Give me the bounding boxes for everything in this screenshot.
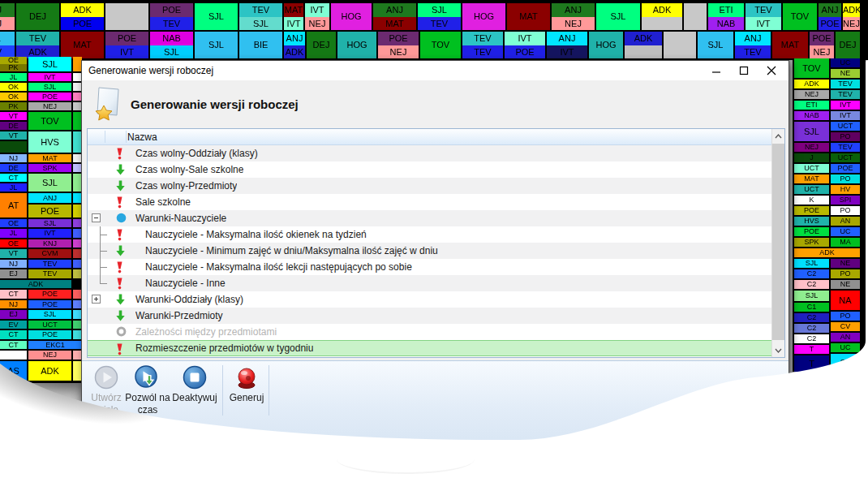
timetable-cell-code: TEV	[831, 90, 860, 99]
list-row-label: Czas wolny-Sale szkolne	[135, 164, 243, 175]
list-row[interactable]: Nauczyciele - Minimum zajęć w dniu/Maksy…	[88, 243, 771, 259]
vertical-scrollbar[interactable]	[771, 129, 784, 357]
timetable-cell: PO	[831, 206, 860, 215]
timetable-cell: MAT	[28, 154, 71, 162]
timetable-cell: HOG	[589, 32, 623, 58]
timetable-cell-code: SJL	[28, 174, 71, 192]
scroll-down-button[interactable]	[772, 343, 784, 357]
timetable-cell-code: HVS	[28, 131, 71, 153]
timetable-cell: CT	[0, 290, 27, 299]
column-divider	[126, 131, 127, 143]
list-row[interactable]: Warunki-Przedmioty	[88, 308, 771, 324]
timetable-cell-code: NEJ	[378, 45, 419, 59]
timetable-cell-code: DE	[0, 164, 27, 172]
timetable-cell: PO	[831, 312, 860, 321]
timetable-cell-code: NAB	[708, 17, 744, 31]
list-row[interactable]: Sale szkolne	[88, 194, 771, 210]
timetable-cell: J	[794, 153, 829, 162]
list-row[interactable]: Warunki-Oddziały (klasy)	[88, 291, 771, 308]
timetable-cell: POE	[28, 205, 71, 217]
exclamation-wrap	[116, 261, 123, 276]
exclamation-icon	[116, 229, 123, 241]
timetable-cell-code: POE	[810, 32, 834, 45]
timetable-cell-code: NJ	[0, 300, 27, 308]
timetable-cell: TEV	[28, 260, 71, 268]
column-divider	[105, 131, 105, 143]
timetable-cell: POE	[794, 227, 829, 236]
timetable-cell-code	[642, 17, 682, 31]
exclamation-wrap	[116, 343, 123, 358]
collapse-minus-box[interactable]	[92, 213, 101, 222]
list-row-label: Czas wolny-Przedmioty	[135, 180, 237, 192]
timetable-cell: IVT	[28, 73, 71, 81]
timetable-cell: ANJMAT	[373, 3, 416, 30]
scrollbar-thumb[interactable]	[772, 144, 784, 340]
list-row-label: Warunki-Przedmioty	[135, 310, 223, 321]
timetable-cell: NJ	[0, 154, 27, 162]
timetable-cell: HOG	[337, 32, 376, 58]
timetable-cell: NEJ	[28, 102, 71, 110]
list-row-label: Rozmieszczenie przedmiotów w tygodniu	[135, 342, 313, 354]
list-row[interactable]: Rozmieszczenie przedmiotów w tygodniu	[88, 340, 771, 356]
timetable-cell-code: OK	[0, 93, 27, 101]
list-row-label: Nauczyciele - Maksymalna ilość lekcji na…	[145, 261, 412, 273]
timetable-cell: HOG	[462, 3, 505, 30]
maximize-button[interactable]	[730, 62, 758, 80]
timetable-top-border	[0, 2, 868, 3]
arrow-down-wrap	[116, 180, 125, 194]
timetable-cell-code: NEJ	[0, 17, 15, 31]
timetable-cell-code: TEV	[746, 3, 781, 17]
exclamation-wrap	[116, 278, 123, 292]
timetable-cell-code: TOV	[28, 112, 71, 130]
expand-plus-box[interactable]	[92, 295, 101, 304]
close-button[interactable]	[758, 62, 785, 80]
timetable-cell: POETEV	[150, 3, 193, 30]
timetable-cell-code: UC	[831, 227, 860, 236]
list-row[interactable]: Czas wolny-Sale szkolne	[88, 161, 771, 178]
timetable-cell-code: SJL	[698, 32, 733, 58]
arrow-down-wrap	[116, 310, 125, 324]
timetable-cell-code: ANJ	[0, 3, 15, 17]
timetable-cell-code: DEJ	[16, 3, 59, 30]
generuj-button[interactable]: Generuj	[225, 364, 269, 404]
timetable-cell-code: POE	[150, 3, 193, 17]
timetable-cell-code: TEV	[28, 260, 71, 268]
timetable-cell: NJ	[0, 260, 27, 268]
list-row[interactable]: Zależności między przedmiotami	[88, 324, 771, 340]
timetable-cell: KNJ	[28, 239, 71, 248]
timetable-cell: ADKNEJ	[843, 3, 860, 30]
timetable-cell-code: T	[794, 355, 829, 372]
list-row[interactable]: Nauczyciele - Maksymalna ilość okienek n…	[88, 226, 771, 243]
timetable-cell: POE	[831, 164, 860, 173]
scroll-up-button[interactable]	[772, 129, 784, 143]
timetable-cell: T	[794, 355, 829, 372]
timetable-cell: SJL	[794, 122, 829, 141]
timetable-cell-code: EKC1	[28, 341, 82, 349]
timetable-cell: AN	[831, 333, 860, 342]
timetable-cell: NAB	[794, 111, 829, 120]
timetable-cell: SJ	[831, 354, 860, 372]
timetable-cell-code: CT	[0, 330, 27, 339]
list-row[interactable]: Warunki-Nauczyciele	[88, 210, 771, 226]
list-row[interactable]: Nauczyciele - Maksymalna ilość lekcji na…	[88, 259, 771, 275]
timetable-cell-code: OE	[0, 57, 27, 64]
exclamation-icon	[116, 343, 123, 355]
timetable-cell: UCT	[794, 164, 829, 173]
timetable-cell-code: POE	[28, 300, 71, 308]
list-row[interactable]: Nauczyciele - Inne	[88, 275, 771, 291]
timetable-cell-code: PO	[831, 269, 860, 278]
arrow-down-icon	[116, 180, 125, 192]
exclamation-icon	[116, 278, 123, 290]
exclamation-icon	[116, 196, 123, 209]
deaktywuj-button[interactable]: Deaktywuj	[170, 364, 220, 404]
timetable-cell: PO	[831, 269, 860, 278]
list-row[interactable]: Czas wolny-Oddziały (klasy)	[88, 145, 771, 161]
timetable-cell: JL	[0, 229, 27, 238]
timetable-cell-code: SJL	[195, 32, 238, 58]
minimize-button[interactable]	[703, 62, 730, 80]
dialog-toolbar: UtwórzścisłePozwól naczas wolnyDeaktywuj…	[82, 360, 789, 443]
timetable-cell-code: K	[794, 196, 829, 205]
timetable-cell-code: C2	[794, 280, 829, 289]
list-row[interactable]: Czas wolny-Przedmioty	[88, 178, 771, 194]
timetable-cell-code: TEV	[16, 32, 59, 45]
